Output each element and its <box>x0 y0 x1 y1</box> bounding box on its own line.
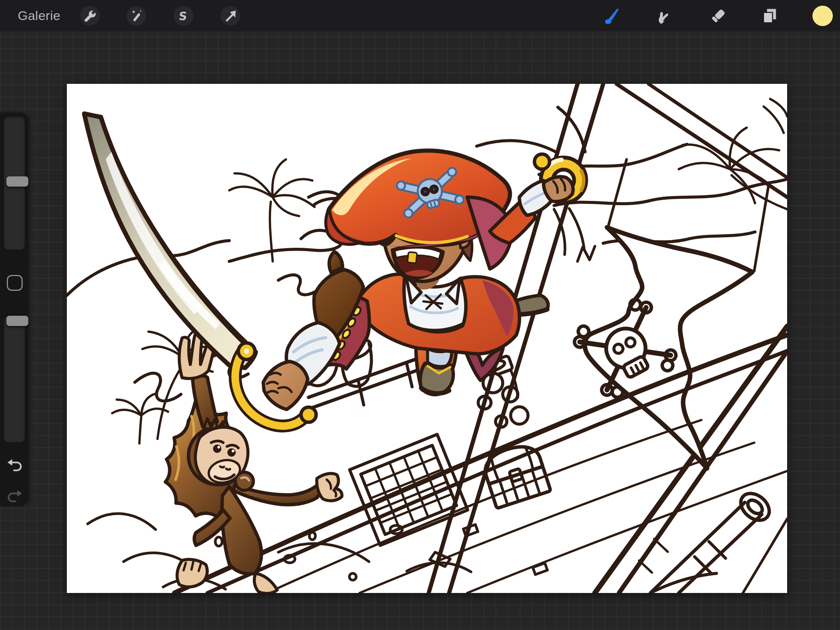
undo-icon <box>6 456 24 475</box>
actions-button[interactable] <box>80 6 100 26</box>
adjustments-button[interactable] <box>126 6 146 26</box>
magic-wand-icon <box>130 9 143 22</box>
erase-tool-button[interactable] <box>709 6 728 26</box>
selection-s-icon: S <box>177 9 190 22</box>
smudge-tool-button[interactable] <box>654 6 673 26</box>
drawing-canvas[interactable] <box>67 84 787 593</box>
modify-button[interactable] <box>7 275 23 291</box>
brush-size-slider[interactable] <box>3 115 26 250</box>
pirate-boy-character <box>263 151 586 409</box>
transform-button[interactable] <box>221 6 240 26</box>
selection-button[interactable]: S <box>174 6 193 26</box>
svg-text:S: S <box>178 9 188 22</box>
top-toolbar: Galerie S <box>0 0 840 32</box>
brush-size-handle[interactable] <box>6 176 28 186</box>
layers-button[interactable] <box>760 6 780 26</box>
sidebar-controls <box>0 112 29 506</box>
procreate-app: Galerie S <box>0 0 840 630</box>
gallery-button[interactable]: Galerie <box>18 0 60 32</box>
opacity-slider[interactable] <box>3 315 26 443</box>
brush-icon <box>603 7 621 25</box>
undo-button[interactable] <box>6 457 24 475</box>
redo-button[interactable] <box>6 488 24 506</box>
opacity-handle[interactable] <box>6 316 28 326</box>
eraser-icon <box>710 8 727 24</box>
paint-tool-button[interactable] <box>602 6 622 26</box>
layers-icon <box>761 8 778 24</box>
transform-arrow-icon <box>224 9 237 22</box>
redo-icon <box>6 488 24 507</box>
smudge-finger-icon <box>655 8 672 24</box>
artwork-pirate-illustration <box>67 84 787 593</box>
wrench-icon <box>84 9 96 22</box>
color-swatch[interactable] <box>812 6 833 26</box>
